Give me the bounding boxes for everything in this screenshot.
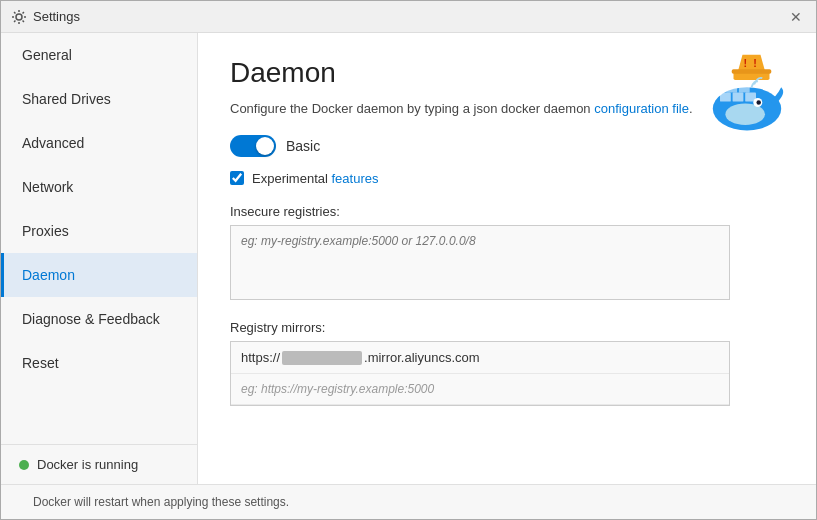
docker-whale-logo: ! ! xyxy=(702,53,792,133)
svg-text:!: ! xyxy=(743,57,747,69)
sidebar-item-proxies[interactable]: Proxies xyxy=(1,209,197,253)
toggle-knob xyxy=(256,137,274,155)
page-title: Daemon xyxy=(230,57,784,89)
basic-toggle[interactable] xyxy=(230,135,276,157)
toggle-row: Basic xyxy=(230,135,784,157)
svg-point-4 xyxy=(756,100,761,105)
status-dot xyxy=(19,460,29,470)
sidebar-item-network[interactable]: Network xyxy=(1,165,197,209)
close-button[interactable]: ✕ xyxy=(786,9,806,25)
svg-rect-9 xyxy=(720,93,731,102)
experimental-label: Experimental features xyxy=(252,171,378,186)
experimental-checkbox[interactable] xyxy=(230,171,244,185)
sidebar-item-daemon[interactable]: Daemon xyxy=(1,253,197,297)
sidebar-item-diagnose[interactable]: Diagnose & Feedback xyxy=(1,297,197,341)
bottom-bar: Docker will restart when applying these … xyxy=(1,484,816,519)
sidebar-item-reset[interactable]: Reset xyxy=(1,341,197,385)
sidebar-status: Docker is running xyxy=(1,444,197,484)
title-bar-title: Settings xyxy=(33,9,80,24)
registry-mirrors-section: Registry mirrors: https://.mirror.aliyun… xyxy=(230,320,784,407)
sidebar: General Shared Drives Advanced Network P… xyxy=(1,33,198,484)
description: Configure the Docker daemon by typing a … xyxy=(230,99,784,119)
svg-point-0 xyxy=(16,14,22,20)
registry-box: https://.mirror.aliyuncs.com eg: https:/… xyxy=(230,341,730,407)
registry-entry-value[interactable]: https://.mirror.aliyuncs.com xyxy=(231,342,729,375)
experimental-row: Experimental features xyxy=(230,171,784,186)
bottom-note: Docker will restart when applying these … xyxy=(33,495,289,509)
title-bar: Settings ✕ xyxy=(1,1,816,33)
registry-entry-placeholder[interactable]: eg: https://my-registry.example:5000 xyxy=(231,374,729,405)
svg-rect-13 xyxy=(739,84,750,93)
sidebar-item-shared-drives[interactable]: Shared Drives xyxy=(1,77,197,121)
insecure-input-box xyxy=(230,225,730,300)
content-area: ! ! Daemon Configure the Docker daemon b… xyxy=(198,33,816,484)
svg-rect-10 xyxy=(733,93,744,102)
redacted-host xyxy=(282,351,362,365)
status-label: Docker is running xyxy=(37,457,138,472)
settings-icon xyxy=(11,9,27,25)
insecure-textarea[interactable] xyxy=(231,226,729,296)
svg-rect-12 xyxy=(726,84,737,93)
svg-rect-11 xyxy=(745,93,756,102)
title-bar-left: Settings xyxy=(11,9,80,25)
svg-text:!: ! xyxy=(753,57,757,69)
toggle-label: Basic xyxy=(286,138,320,154)
registry-label: Registry mirrors: xyxy=(230,320,784,335)
features-link[interactable]: features xyxy=(332,171,379,186)
sidebar-item-advanced[interactable]: Advanced xyxy=(1,121,197,165)
sidebar-item-general[interactable]: General xyxy=(1,33,197,77)
svg-rect-6 xyxy=(732,69,772,74)
insecure-registries-section: Insecure registries: xyxy=(230,204,784,300)
main-content: General Shared Drives Advanced Network P… xyxy=(1,33,816,484)
insecure-label: Insecure registries: xyxy=(230,204,784,219)
config-link[interactable]: configuration file xyxy=(594,101,689,116)
